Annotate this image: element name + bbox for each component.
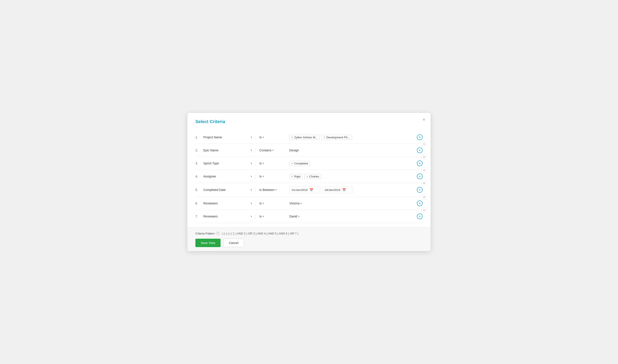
row-number-4: 4. — [195, 175, 203, 178]
cancel-button[interactable]: Cancel — [223, 239, 244, 247]
save-button[interactable]: Save View — [195, 239, 220, 247]
add-criteria-button-6[interactable]: + — [417, 200, 423, 206]
criteria-row-2: 2.Epic Name▾Contains▾Design+ — [195, 144, 423, 157]
operator-select-4[interactable]: Is▾ — [259, 175, 286, 178]
operator-chevron-2: ▾ — [272, 149, 274, 152]
divider-1-7 — [256, 214, 256, 219]
connector-badge-4: & — [421, 180, 427, 186]
date-from-5[interactable]: 01/Jan/2019📅 — [289, 186, 320, 193]
divider-1-6 — [256, 201, 256, 206]
field-label-3: Sprint Type — [203, 162, 250, 165]
field-select-1[interactable]: Project Name▾ — [203, 135, 252, 139]
row-wrapper-6: 6.Reviewers▾Is▾Victoria▾+or — [195, 197, 423, 210]
operator-select-3[interactable]: Is▾ — [259, 162, 286, 165]
field-select-2[interactable]: Epic Name▾ — [203, 148, 252, 152]
operator-select-1[interactable]: Is▾ — [259, 135, 286, 139]
modal-title: Select Criteria — [195, 119, 423, 124]
add-criteria-button-3[interactable]: + — [417, 160, 423, 166]
operator-label-1: Is — [259, 135, 262, 139]
field-chevron-6: ▾ — [251, 202, 252, 205]
field-select-4[interactable]: Assignee▾ — [203, 175, 252, 178]
tag-3-0: ×Completed — [289, 161, 310, 166]
value-area-4: ×Rajiv×Charles — [289, 174, 414, 179]
dropdown-value-7[interactable]: David▾ — [289, 215, 299, 218]
divider-1-2 — [256, 148, 256, 153]
tag-1-1: ×Development Ph... — [321, 135, 352, 140]
operator-select-2[interactable]: Contains▾ — [259, 148, 286, 152]
modal-footer: Criteria Pattern ? : ( ( ( ( ( ( 1 ) AND… — [187, 227, 431, 251]
field-label-4: Assignee — [203, 175, 250, 178]
tag-label-1-0: Zylker Airlines M... — [294, 136, 318, 139]
text-value-2: Design — [289, 148, 299, 152]
operator-chevron-4: ▾ — [263, 175, 264, 178]
date-to-5[interactable]: 18/Jan/2019📅 — [322, 186, 353, 193]
field-select-6[interactable]: Reviewers▾ — [203, 202, 252, 205]
operator-chevron-5: ▾ — [275, 188, 277, 191]
row-wrapper-2: 2.Epic Name▾Contains▾Design+or — [195, 144, 423, 157]
dropdown-text-6: Victoria — [289, 202, 299, 205]
field-select-7[interactable]: Reviewers▾ — [203, 215, 252, 218]
tag-4-0: ×Rajiv — [289, 174, 303, 179]
close-button[interactable]: × — [423, 117, 425, 122]
row-wrapper-5: 5.Completed Date▾Is Between▾01/Jan/2019📅… — [195, 183, 423, 197]
divider-1-5 — [256, 187, 256, 193]
pattern-text: : ( ( ( ( ( ( 1 ) AND 2 ) OR 3 ) AND 4 )… — [221, 232, 298, 235]
tag-4-1: ×Charles — [304, 174, 321, 179]
value-area-6: Victoria▾ — [289, 202, 414, 205]
field-select-5[interactable]: Completed Date▾ — [203, 188, 252, 192]
row-number-2: 2. — [195, 148, 203, 152]
modal-header: Select Criteria — [187, 113, 431, 129]
row-number-7: 7. — [195, 215, 203, 218]
criteria-pattern: Criteria Pattern ? : ( ( ( ( ( ( 1 ) AND… — [195, 232, 423, 235]
field-label-2: Epic Name — [203, 148, 250, 152]
operator-chevron-6: ▾ — [263, 202, 264, 205]
value-area-1: ×Zylker Airlines M...×Development Ph... — [289, 135, 414, 140]
dropdown-value-6[interactable]: Victoria▾ — [289, 202, 302, 205]
pattern-help-icon[interactable]: ? — [216, 232, 219, 235]
modal: × Select Criteria 1.Project Name▾Is▾×Zyl… — [187, 113, 431, 251]
field-chevron-3: ▾ — [251, 162, 252, 165]
field-chevron-2: ▾ — [251, 149, 252, 152]
operator-label-5: Is Between — [259, 188, 274, 192]
operator-chevron-3: ▾ — [263, 162, 264, 165]
tag-close-4-1[interactable]: × — [306, 175, 308, 178]
tag-label-1-1: Development Ph... — [326, 136, 350, 139]
tag-close-1-1[interactable]: × — [323, 136, 325, 139]
add-criteria-button-7[interactable]: + — [417, 213, 423, 219]
tag-1-0: ×Zylker Airlines M... — [289, 135, 320, 140]
field-select-3[interactable]: Sprint Type▾ — [203, 162, 252, 165]
tag-close-4-0[interactable]: × — [291, 175, 293, 178]
operator-chevron-1: ▾ — [263, 136, 264, 139]
tag-close-3-0[interactable]: × — [291, 162, 293, 165]
operator-select-5[interactable]: Is Between▾ — [259, 188, 286, 192]
operator-label-7: Is — [259, 215, 262, 218]
calendar-from-icon-5: 📅 — [309, 188, 313, 192]
value-area-2: Design — [289, 148, 414, 152]
operator-select-7[interactable]: Is▾ — [259, 215, 286, 218]
dropdown-chevron-7: ▾ — [298, 215, 299, 218]
criteria-list: 1.Project Name▾Is▾×Zylker Airlines M...×… — [187, 129, 431, 227]
date-to-text-5: 18/Jan/2019 — [324, 188, 340, 192]
footer-actions: Save View Cancel — [195, 239, 423, 247]
field-label-1: Project Name — [203, 135, 250, 139]
add-criteria-button-2[interactable]: + — [417, 147, 423, 153]
divider-1-4 — [256, 174, 256, 179]
criteria-row-5: 5.Completed Date▾Is Between▾01/Jan/2019📅… — [195, 183, 423, 197]
add-criteria-button-5[interactable]: + — [417, 187, 423, 193]
tag-close-1-0[interactable]: × — [291, 136, 293, 139]
operator-label-2: Contains — [259, 148, 271, 152]
operator-select-6[interactable]: Is▾ — [259, 202, 286, 205]
field-label-5: Completed Date — [203, 188, 250, 192]
connector-badge-1: & — [421, 141, 427, 147]
connector-badge-2: or — [421, 154, 427, 160]
date-from-text-5: 01/Jan/2019 — [292, 188, 308, 192]
criteria-row-7: 7.Reviewers▾Is▾David▾+ — [195, 210, 423, 223]
row-number-6: 6. — [195, 202, 203, 205]
add-criteria-button-1[interactable]: + — [417, 134, 423, 140]
field-chevron-7: ▾ — [251, 215, 252, 218]
row-number-1: 1. — [195, 135, 203, 139]
calendar-to-icon-5: 📅 — [342, 188, 346, 192]
operator-label-3: Is — [259, 162, 262, 165]
tag-label-3-0: Completed — [294, 162, 308, 165]
add-criteria-button-4[interactable]: + — [417, 173, 423, 179]
